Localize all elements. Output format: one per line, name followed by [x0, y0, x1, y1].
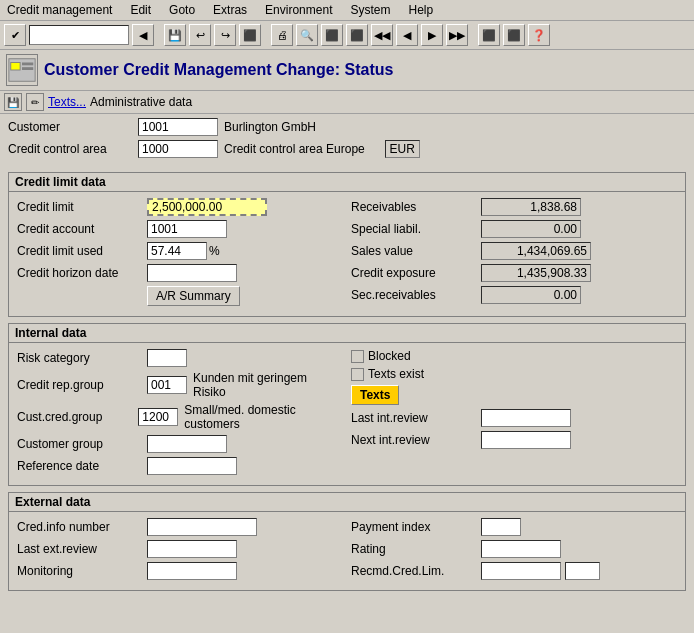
special-liab-input: [481, 220, 581, 238]
customer-group-label: Customer group: [17, 437, 147, 451]
blocked-checkbox[interactable]: [351, 350, 364, 363]
payment-index-row: Payment index: [351, 518, 677, 536]
sub-edit-btn[interactable]: ✏: [26, 93, 44, 111]
nav3-btn[interactable]: ⬛: [239, 24, 261, 46]
new-btn[interactable]: ⬛: [478, 24, 500, 46]
texts-btn[interactable]: Texts: [351, 385, 399, 405]
credit-limit-row: Credit limit: [17, 198, 343, 216]
svg-rect-1: [11, 63, 20, 71]
reference-date-label: Reference date: [17, 459, 147, 473]
customer-info-area: Customer Burlington GmbH Credit control …: [0, 114, 694, 166]
receivables-label: Receivables: [351, 200, 481, 214]
monitoring-input[interactable]: [147, 562, 237, 580]
internal-right-col: Blocked Texts exist Texts Last int.revie…: [351, 349, 677, 479]
sec-receivables-input: [481, 286, 581, 304]
help-btn[interactable]: ❓: [528, 24, 550, 46]
texts-exist-label: Texts exist: [368, 367, 424, 381]
cust-cred-name: Small/med. domestic customers: [178, 403, 343, 431]
last-int-review-row: Last int.review: [351, 409, 677, 427]
recmd-label: Recmd.Cred.Lim.: [351, 564, 481, 578]
credit-left-col: Credit limit Credit account Credit limit…: [17, 198, 343, 310]
credit-account-label: Credit account: [17, 222, 147, 236]
credit-area-input[interactable]: [138, 140, 218, 158]
find2-btn[interactable]: ⬛: [321, 24, 343, 46]
nav1-btn[interactable]: ↩: [189, 24, 211, 46]
recmd-input2[interactable]: [565, 562, 600, 580]
currency-badge: EUR: [385, 140, 420, 158]
cust-cred-input[interactable]: [138, 408, 178, 426]
credit-limit-input[interactable]: [147, 198, 267, 216]
risk-input[interactable]: [147, 349, 187, 367]
credit-limit-label: Credit limit: [17, 200, 147, 214]
sub-save-btn[interactable]: 💾: [4, 93, 22, 111]
sub-toolbar: 💾 ✏ Texts... Administrative data: [0, 91, 694, 114]
customer-name: Burlington GmbH: [218, 120, 316, 134]
reference-date-input[interactable]: [147, 457, 237, 475]
last-int-review-input[interactable]: [481, 409, 571, 427]
nav2-btn[interactable]: ↪: [214, 24, 236, 46]
payment-index-input[interactable]: [481, 518, 521, 536]
detail-btn[interactable]: ⬛: [503, 24, 525, 46]
internal-left-col: Risk category Credit rep.group Kunden mi…: [17, 349, 343, 479]
recmd-row: Recmd.Cred.Lim.: [351, 562, 677, 580]
prev2-btn[interactable]: ◀: [396, 24, 418, 46]
back-btn[interactable]: ◀: [132, 24, 154, 46]
next-int-review-input[interactable]: [481, 431, 571, 449]
page-title: Customer Credit Management Change: Statu…: [44, 61, 393, 79]
percent-sign: %: [207, 244, 220, 258]
ar-summary-btn[interactable]: A/R Summary: [147, 286, 240, 306]
recmd-input[interactable]: [481, 562, 561, 580]
credit-horizon-input[interactable]: [147, 264, 237, 282]
credit-limit-title: Credit limit data: [9, 173, 685, 192]
menu-extras[interactable]: Extras: [210, 2, 250, 18]
command-input[interactable]: [29, 25, 129, 45]
internal-content: Risk category Credit rep.group Kunden mi…: [9, 343, 685, 485]
credit-used-row: Credit limit used %: [17, 242, 343, 260]
cred-info-row: Cred.info number: [17, 518, 343, 536]
receivables-row: Receivables: [351, 198, 677, 216]
texts-exist-wrapper: Texts exist: [351, 367, 424, 381]
customer-group-input[interactable]: [147, 435, 227, 453]
next-btn[interactable]: ▶: [421, 24, 443, 46]
last-ext-input[interactable]: [147, 540, 237, 558]
credit-exposure-input: [481, 264, 591, 282]
menu-edit[interactable]: Edit: [127, 2, 154, 18]
page-header: Customer Credit Management Change: Statu…: [0, 50, 694, 91]
menu-credit-management[interactable]: Credit management: [4, 2, 115, 18]
save-btn[interactable]: 💾: [164, 24, 186, 46]
texts-exist-checkbox[interactable]: [351, 368, 364, 381]
sales-value-row: Sales value: [351, 242, 677, 260]
external-cols: Cred.info number Last ext.review Monitor…: [17, 518, 677, 584]
texts-link[interactable]: Texts...: [48, 95, 86, 109]
customer-input[interactable]: [138, 118, 218, 136]
blocked-wrapper: Blocked: [351, 349, 411, 363]
menu-bar: Credit management Edit Goto Extras Envir…: [0, 0, 694, 21]
texts-btn-row: Texts: [351, 385, 677, 405]
menu-environment[interactable]: Environment: [262, 2, 335, 18]
customer-group-row: Customer group: [17, 435, 343, 453]
find-btn[interactable]: 🔍: [296, 24, 318, 46]
print-btn[interactable]: 🖨: [271, 24, 293, 46]
credit-rep-input[interactable]: [147, 376, 187, 394]
menu-system[interactable]: System: [347, 2, 393, 18]
credit-account-row: Credit account: [17, 220, 343, 238]
credit-exposure-row: Credit exposure: [351, 264, 677, 282]
sales-value-label: Sales value: [351, 244, 481, 258]
sec-receivables-label: Sec.receivables: [351, 288, 481, 302]
credit-exposure-label: Credit exposure: [351, 266, 481, 280]
rating-input[interactable]: [481, 540, 561, 558]
next2-btn[interactable]: ▶▶: [446, 24, 468, 46]
customer-row: Customer Burlington GmbH: [8, 118, 686, 136]
internal-cols: Risk category Credit rep.group Kunden mi…: [17, 349, 677, 479]
credit-account-input[interactable]: [147, 220, 227, 238]
menu-goto[interactable]: Goto: [166, 2, 198, 18]
external-right-col: Payment index Rating Recmd.Cred.Lim.: [351, 518, 677, 584]
filter-btn[interactable]: ⬛: [346, 24, 368, 46]
cred-info-input[interactable]: [147, 518, 257, 536]
admin-label: Administrative data: [90, 95, 192, 109]
internal-section: Internal data Risk category Credit rep.g…: [8, 323, 686, 486]
check-btn[interactable]: ✔: [4, 24, 26, 46]
prev-btn[interactable]: ◀◀: [371, 24, 393, 46]
menu-help[interactable]: Help: [406, 2, 437, 18]
credit-used-input[interactable]: [147, 242, 207, 260]
